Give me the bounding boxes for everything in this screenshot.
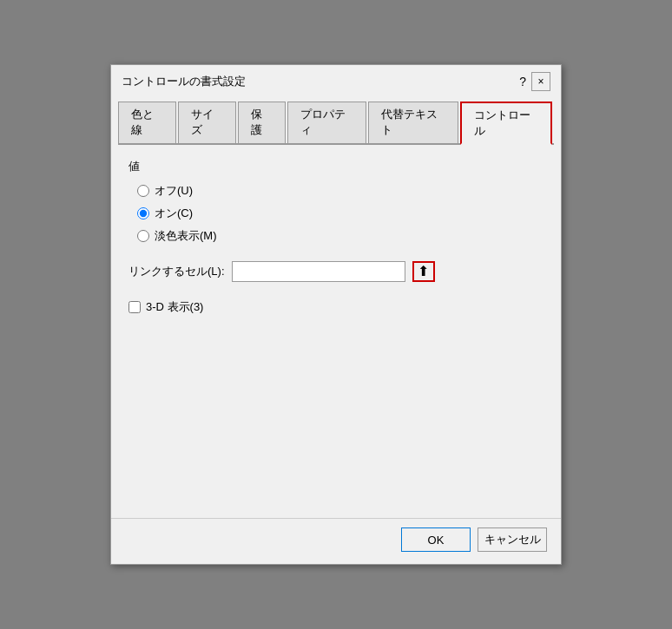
radio-off-label: オフ(U) [155,183,193,199]
tab-protect[interactable]: 保護 [238,102,286,143]
radio-on-input[interactable] [137,207,149,219]
title-bar: コントロールの書式設定 ? × [111,65,561,91]
tab-alt-text[interactable]: 代替テキスト [368,102,458,143]
cancel-button[interactable]: キャンセル [478,527,547,552]
tab-property[interactable]: プロパティ [287,102,367,143]
link-cell-row: リンクするセル(L): ⬆ [128,261,544,282]
link-cell-label: リンクするセル(L): [128,264,225,279]
radio-dim-item[interactable]: 淡色表示(M) [137,228,544,244]
dialog-title: コントロールの書式設定 [122,74,246,89]
radio-group-value: オフ(U) オン(C) 淡色表示(M) [137,183,544,244]
checkbox-3d-row: 3-D 表示(3) [128,299,544,315]
close-button[interactable]: × [531,72,550,91]
radio-off-input[interactable] [137,185,149,197]
ok-button[interactable]: OK [401,527,471,552]
radio-on-label: オン(C) [155,206,193,221]
tab-control[interactable]: コントロール [460,102,552,145]
radio-off-item[interactable]: オフ(U) [137,183,544,199]
radio-dim-label: 淡色表示(M) [155,228,217,244]
checkbox-3d-label[interactable]: 3-D 表示(3) [146,299,203,315]
section-value-label: 値 [128,159,544,174]
title-bar-controls: ? × [519,72,550,91]
tab-size[interactable]: サイズ [178,102,236,143]
up-arrow-icon: ⬆ [418,265,429,278]
footer: OK キャンセル [111,518,561,564]
radio-on-item[interactable]: オン(C) [137,206,544,221]
link-cell-button[interactable]: ⬆ [412,261,435,282]
help-button[interactable]: ? [519,75,526,88]
content-area: 値 オフ(U) オン(C) 淡色表示(M) リンクするセル(L): ⬆ [111,145,561,518]
link-cell-input[interactable] [232,261,405,282]
tab-bar: 色と線 サイズ 保護 プロパティ 代替テキスト コントロール [118,98,554,145]
checkbox-3d-input[interactable] [128,301,141,313]
dialog: コントロールの書式設定 ? × 色と線 サイズ 保護 プロパティ 代替テキスト … [110,64,562,565]
tab-color-line[interactable]: 色と線 [118,102,176,143]
radio-dim-input[interactable] [137,230,149,242]
